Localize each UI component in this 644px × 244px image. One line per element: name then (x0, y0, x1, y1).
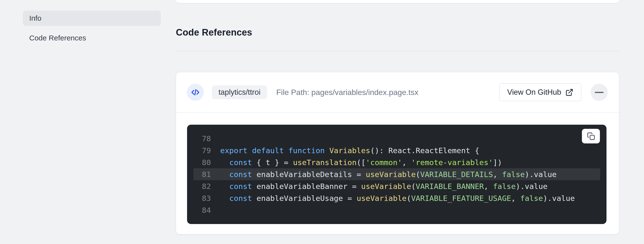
code-text: const enableVariableBanner = useVariable… (220, 182, 548, 191)
line-number: 80 (194, 158, 211, 167)
code-icon (187, 84, 204, 101)
code-line-81: 81 const enableVariableDetails = useVari… (194, 168, 600, 180)
code-lines: 7879export default function Variables():… (187, 132, 606, 216)
sidebar-item-label: Code References (29, 34, 86, 42)
line-number: 84 (194, 206, 211, 214)
section-divider (176, 51, 619, 52)
line-number: 83 (194, 194, 211, 202)
view-on-github-button[interactable]: View On GitHub (499, 83, 582, 101)
line-number: 82 (194, 182, 211, 191)
external-link-icon (565, 88, 573, 96)
view-on-github-label: View On GitHub (507, 88, 561, 97)
sidebar-item-info[interactable]: Info (23, 11, 161, 26)
repo-name-chip: taplytics/ttroi (212, 86, 267, 99)
code-text: const enableVariableDetails = useVariabl… (220, 170, 556, 179)
page-title: Code References (176, 27, 619, 38)
header-actions: View On GitHub (499, 83, 608, 101)
code-line-78: 78 (194, 132, 600, 144)
file-path-label: File Path: pages/variables/index.page.ts… (276, 88, 418, 97)
code-text: const { t } = useTranslation(['common', … (220, 158, 502, 167)
copy-icon (587, 132, 595, 140)
sidebar-item-label: Info (29, 14, 42, 22)
code-reference-card-header: taplytics/ttroi File Path: pages/variabl… (176, 72, 619, 113)
collapse-button[interactable] (591, 84, 608, 101)
main-content: Code References taplytics/ttroi File Pat… (176, 0, 619, 234)
copy-code-button[interactable] (582, 129, 600, 144)
minus-icon (595, 92, 604, 93)
code-line-79: 79export default function Variables(): R… (194, 144, 600, 156)
line-number: 79 (194, 146, 211, 155)
code-reference-card: taplytics/ttroi File Path: pages/variabl… (176, 72, 619, 234)
code-line-84: 84 (194, 204, 600, 216)
sidebar-item-code-references[interactable]: Code References (23, 30, 161, 46)
code-section: 7879export default function Variables():… (176, 113, 619, 224)
code-line-80: 80 const { t } = useTranslation(['common… (194, 156, 600, 168)
line-number: 81 (194, 170, 211, 179)
repo-name-label: taplytics/ttroi (218, 88, 260, 97)
line-number: 78 (194, 134, 211, 143)
code-text: const enableVariableUsage = useVariable(… (220, 194, 575, 202)
code-line-82: 82 const enableVariableBanner = useVaria… (194, 180, 600, 192)
sidebar: Info Code References (23, 11, 161, 46)
code-line-83: 83 const enableVariableUsage = useVariab… (194, 192, 600, 204)
code-text: export default function Variables(): Rea… (220, 146, 479, 155)
code-block: 7879export default function Variables():… (187, 125, 606, 224)
